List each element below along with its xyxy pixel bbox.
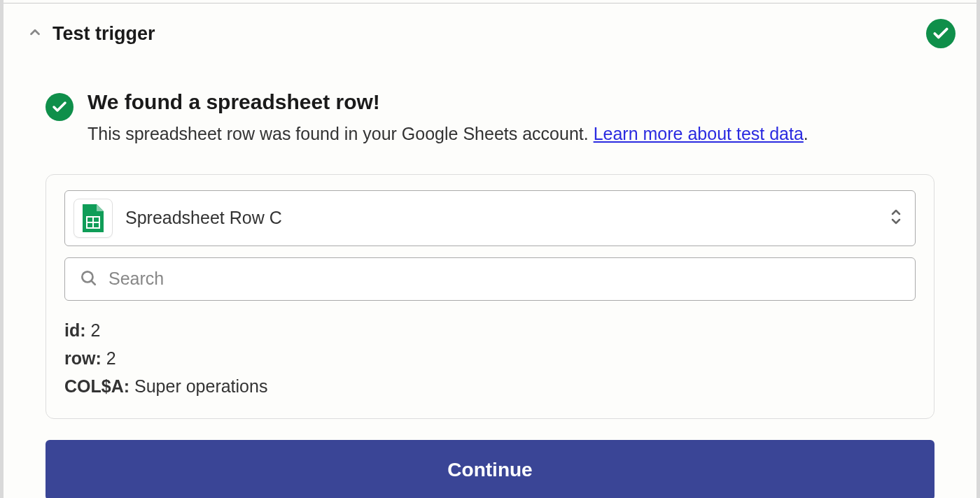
field-key: COL$A:	[64, 376, 130, 396]
field-row-cola: COL$A: Super operations	[64, 372, 916, 400]
continue-button[interactable]: Continue	[46, 440, 934, 499]
status-description: This spreadsheet row was found in your G…	[88, 121, 934, 148]
row-selector[interactable]: Spreadsheet Row C	[64, 190, 916, 246]
status-desc-text: This spreadsheet row was found in your G…	[88, 124, 594, 143]
field-row-row: row: 2	[64, 344, 916, 372]
section-header: Test trigger	[4, 3, 976, 48]
field-key: id:	[64, 320, 86, 340]
section-title: Test trigger	[52, 23, 155, 45]
status-message: We found a spreadsheet row! This spreads…	[46, 90, 934, 148]
field-value: 2	[91, 320, 101, 340]
updown-icon	[890, 208, 902, 229]
svg-line-4	[92, 280, 95, 284]
field-value: Super operations	[134, 376, 267, 396]
status-heading: We found a spreadsheet row!	[88, 90, 934, 114]
field-row-id: id: 2	[64, 316, 916, 344]
search-box[interactable]	[64, 257, 916, 301]
data-fields: id: 2 row: 2 COL$A: Super operations	[64, 316, 916, 400]
selected-row-label: Spreadsheet Row C	[125, 208, 877, 228]
collapse-icon[interactable]	[27, 24, 43, 43]
search-icon	[79, 269, 97, 290]
status-check-icon	[926, 19, 955, 48]
success-check-icon	[46, 93, 74, 121]
test-data-panel: Spreadsheet Row C	[46, 174, 934, 419]
search-input[interactable]	[108, 269, 901, 289]
field-value: 2	[106, 348, 116, 368]
learn-more-link[interactable]: Learn more about test data	[594, 124, 804, 143]
field-key: row:	[64, 348, 102, 368]
google-sheets-icon	[74, 199, 113, 238]
status-desc-suffix: .	[804, 124, 808, 143]
